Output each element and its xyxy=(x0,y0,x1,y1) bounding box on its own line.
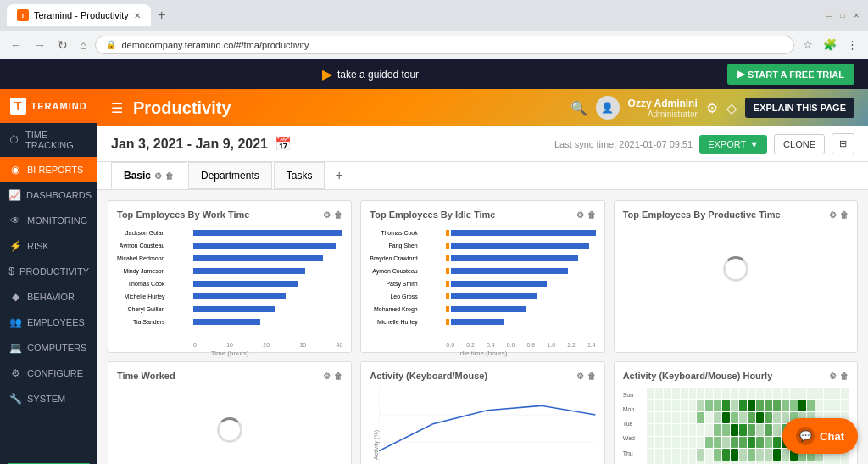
heatmap-cell xyxy=(798,388,806,399)
new-tab-btn[interactable]: + xyxy=(158,8,165,23)
chart-time-worked-gear[interactable]: ⚙ xyxy=(323,372,331,381)
export-btn[interactable]: EXPORT ▼ xyxy=(699,135,767,154)
chart-work-time-gear[interactable]: ⚙ xyxy=(323,210,331,220)
chart-idle-gear[interactable]: ⚙ xyxy=(576,210,584,220)
x-label-40: 40 xyxy=(336,342,342,348)
sidebar-item-productivity[interactable]: $ PRODUCTIVITY xyxy=(0,259,97,284)
sync-text: Last sync time: 2021-01-07 09:51 xyxy=(554,139,693,149)
heatmap-cell xyxy=(739,412,747,423)
back-btn[interactable]: ← xyxy=(7,36,25,53)
idle-label-3: Brayden Crawford xyxy=(370,255,420,261)
extensions-btn[interactable]: 🧩 xyxy=(820,36,840,53)
chart-time-worked-actions: ⚙ 🗑 xyxy=(323,372,342,381)
heatmap-cell xyxy=(824,388,832,399)
start-trial-btn[interactable]: ▶ START A FREE TRIAL xyxy=(727,64,854,85)
heatmap-cell xyxy=(815,388,823,399)
heatmap-cell xyxy=(664,424,671,435)
explain-page-btn[interactable]: EXPLAIN THIS PAGE xyxy=(745,98,854,118)
chart-productive-gear[interactable]: ⚙ xyxy=(829,210,837,220)
settings-icon[interactable]: ⚙ xyxy=(706,100,718,116)
tab-favicon: T xyxy=(17,9,29,21)
activity-line-chart xyxy=(379,388,595,464)
star-btn[interactable]: ☆ xyxy=(799,36,816,53)
sidebar-item-monitoring[interactable]: 👁 MONITORING xyxy=(0,208,97,233)
chart-time-worked-trash[interactable]: 🗑 xyxy=(334,372,342,381)
chat-icon: 💬 xyxy=(796,427,815,445)
calendar-icon[interactable]: 📅 xyxy=(275,136,292,152)
heatmap-cell xyxy=(664,437,671,448)
heatmap-cell xyxy=(773,412,781,423)
basic-trash-icon[interactable]: 🗑 xyxy=(165,171,174,181)
chart-work-time-trash[interactable]: 🗑 xyxy=(334,210,342,220)
heatmap-cell xyxy=(739,461,747,464)
tab-basic[interactable]: Basic ⚙ 🗑 xyxy=(111,162,186,189)
basic-gear-icon[interactable]: ⚙ xyxy=(154,171,162,181)
tab-close-btn[interactable]: ✕ xyxy=(134,11,141,20)
user-name: Ozzy Adminini xyxy=(628,98,698,109)
clone-btn[interactable]: CLONE xyxy=(774,134,825,154)
reload-btn[interactable]: ↻ xyxy=(54,36,71,53)
user-role: Administrator xyxy=(628,109,698,119)
chart-activity-header: Activity (Keyboard/Mouse) ⚙ 🗑 xyxy=(370,371,595,381)
chart-idle-time-title: Top Employees By Idle Time xyxy=(370,210,495,220)
tour-center[interactable]: ▶ take a guided tour xyxy=(322,66,419,82)
window-maximize-btn[interactable]: □ xyxy=(837,10,848,20)
idle-x-axis-label: Idle time (hours) xyxy=(370,349,595,357)
chart-activity-title: Activity (Keyboard/Mouse) xyxy=(370,371,487,381)
tab-tasks[interactable]: Tasks xyxy=(274,162,326,189)
date-actions: Last sync time: 2021-01-07 09:51 EXPORT … xyxy=(554,133,854,154)
chart-productive-trash[interactable]: 🗑 xyxy=(840,210,849,220)
heatmap-cell xyxy=(689,424,697,435)
sidebar-item-time-tracking[interactable]: ⏱ TIME TRACKING xyxy=(0,123,97,157)
hamburger-icon[interactable]: ☰ xyxy=(111,100,123,116)
heatmap-cell xyxy=(731,400,738,411)
chart-hourly-trash[interactable]: 🗑 xyxy=(840,372,849,381)
chart-time-worked: Time Worked ⚙ 🗑 xyxy=(108,361,352,464)
search-icon[interactable]: 🔍 xyxy=(570,100,587,116)
tab-departments[interactable]: Departments xyxy=(188,162,272,189)
chart-activity-trash[interactable]: 🗑 xyxy=(587,372,596,381)
chart-hourly-gear[interactable]: ⚙ xyxy=(829,372,837,381)
chart-productive-actions: ⚙ 🗑 xyxy=(829,210,849,220)
sidebar-item-system[interactable]: 🔧 SYSTEM xyxy=(0,386,97,411)
heatmap-cell xyxy=(681,400,688,411)
logo-text: TERAMIND xyxy=(31,101,87,111)
browser-actions: ☆ 🧩 ⋮ xyxy=(799,36,861,53)
app-container: T TERAMIND ⏱ TIME TRACKING ◉ BI REPORTS … xyxy=(0,89,868,464)
help-icon[interactable]: ◇ xyxy=(726,100,737,116)
chart-idle-trash[interactable]: 🗑 xyxy=(587,210,596,220)
sidebar-item-dashboards[interactable]: 📈 DASHBOARDS xyxy=(0,182,97,208)
bi-reports-icon: ◉ xyxy=(8,164,22,176)
heatmap-cell xyxy=(798,461,806,464)
chart-work-time-title: Top Employees By Work Time xyxy=(117,210,250,220)
heatmap-cell xyxy=(689,400,697,411)
menu-btn[interactable]: ⋮ xyxy=(843,36,861,53)
date-range-text: Jan 3, 2021 - Jan 9, 2021 xyxy=(111,137,268,152)
chat-button[interactable]: 💬 Chat xyxy=(782,418,858,454)
tab-add-btn[interactable]: + xyxy=(326,163,351,188)
forward-btn[interactable]: → xyxy=(31,36,49,53)
heatmap-cell xyxy=(832,388,840,399)
sidebar-item-employees[interactable]: 👥 EMPLOYEES xyxy=(0,310,97,335)
sidebar-item-bi-reports[interactable]: ◉ BI REPORTS xyxy=(0,157,97,182)
address-bar[interactable]: 🔒 democompany.teramind.co/#/tma/producti… xyxy=(95,36,794,54)
home-btn[interactable]: ⌂ xyxy=(76,36,90,53)
browser-tab[interactable]: T Teramind - Productivity ✕ xyxy=(7,4,151,26)
sidebar-item-computers[interactable]: 💻 COMPUTERS xyxy=(0,335,97,361)
heatmap-cell xyxy=(714,424,721,435)
window-close-btn[interactable]: ✕ xyxy=(851,10,861,20)
heatmap-cell xyxy=(705,400,713,411)
heatmap-cell xyxy=(773,400,781,411)
sidebar-item-behavior[interactable]: ◆ BEHAVIOR xyxy=(0,284,97,310)
chart-activity-gear[interactable]: ⚙ xyxy=(576,372,584,381)
filter-btn[interactable]: ⊞ xyxy=(832,133,854,154)
chart-time-worked-loading xyxy=(117,388,342,464)
idle-label-2: Fang Shen xyxy=(370,243,420,249)
heatmap-cell xyxy=(647,461,654,464)
sidebar-item-configure[interactable]: ⚙ CONFIGURE xyxy=(0,361,97,386)
window-minimize-btn[interactable]: — xyxy=(824,10,834,20)
sidebar-item-risk[interactable]: ⚡ RISK xyxy=(0,233,97,259)
heatmap-cell xyxy=(807,388,815,399)
heatmap-cell xyxy=(714,388,721,399)
behavior-icon: ◆ xyxy=(8,291,22,303)
